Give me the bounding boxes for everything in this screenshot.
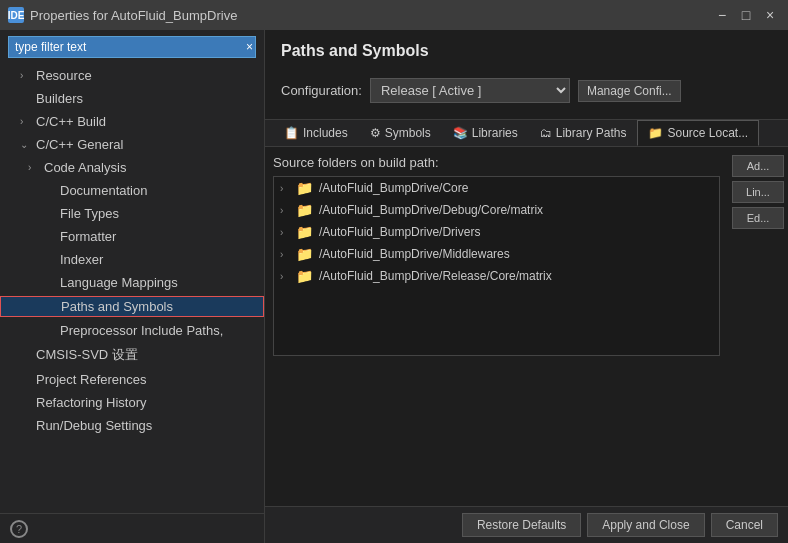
sidebar-item-preprocessor[interactable]: Preprocessor Include Paths,: [0, 319, 264, 342]
content-header: Paths and Symbols Configuration: Release…: [265, 30, 788, 120]
sidebar-item-label: Documentation: [60, 183, 147, 198]
source-item-2[interactable]: › 📁 /AutoFluid_BumpDrive/Drivers: [274, 221, 719, 243]
main-container: × › Resource Builders › C/C: [0, 30, 788, 543]
window-title: Properties for AutoFluid_BumpDrive: [30, 8, 237, 23]
source-path: /AutoFluid_BumpDrive/Middlewares: [319, 247, 510, 261]
sidebar-item-label: CMSIS-SVD 设置: [36, 346, 138, 364]
search-clear-icon[interactable]: ×: [246, 40, 253, 54]
source-item-1[interactable]: › 📁 /AutoFluid_BumpDrive/Debug/Core/matr…: [274, 199, 719, 221]
source-item-4[interactable]: › 📁 /AutoFluid_BumpDrive/Release/Core/ma…: [274, 265, 719, 287]
tab-label: Includes: [303, 126, 348, 140]
source-item-3[interactable]: › 📁 /AutoFluid_BumpDrive/Middlewares: [274, 243, 719, 265]
sidebar-item-documentation[interactable]: Documentation: [0, 179, 264, 202]
config-row: Configuration: Release [ Active ] Manage…: [281, 70, 772, 111]
source-list: › 📁 /AutoFluid_BumpDrive/Core › 📁 /AutoF…: [273, 176, 720, 356]
folder-icon: 📁: [296, 246, 313, 262]
sidebar-item-run-debug-settings[interactable]: Run/Debug Settings: [0, 414, 264, 437]
tab-label: Library Paths: [556, 126, 627, 140]
sidebar-bottom-bar: ?: [0, 513, 264, 543]
source-panel-title: Source folders on build path:: [273, 155, 720, 170]
sidebar-item-label: Preprocessor Include Paths,: [60, 323, 223, 338]
source-locations-tab-icon: 📁: [648, 126, 663, 140]
source-area: Source folders on build path: › 📁 /AutoF…: [265, 147, 788, 506]
sidebar-item-label: Formatter: [60, 229, 116, 244]
folder-expand-arrow: ›: [280, 249, 290, 260]
sidebar-item-builders[interactable]: Builders: [0, 87, 264, 110]
source-path: /AutoFluid_BumpDrive/Debug/Core/matrix: [319, 203, 543, 217]
sidebar-item-project-references[interactable]: Project References: [0, 368, 264, 391]
sidebar-item-label: Builders: [36, 91, 83, 106]
sidebar-item-code-analysis[interactable]: › Code Analysis: [0, 156, 264, 179]
tree-arrow: ⌄: [20, 139, 36, 150]
sidebar-item-label: Resource: [36, 68, 92, 83]
tab-source-locations[interactable]: 📁 Source Locat...: [637, 120, 759, 146]
sidebar-item-label: C/C++ Build: [36, 114, 106, 129]
cancel-button[interactable]: Cancel: [711, 513, 778, 537]
sidebar-item-label: Paths and Symbols: [61, 299, 173, 314]
tab-includes[interactable]: 📋 Includes: [273, 120, 359, 146]
maximize-button[interactable]: □: [736, 5, 756, 25]
libraries-tab-icon: 📚: [453, 126, 468, 140]
sidebar-item-formatter[interactable]: Formatter: [0, 225, 264, 248]
folder-icon: 📁: [296, 202, 313, 218]
content-body: 📋 Includes ⚙ Symbols 📚 Libraries 🗂 Libra…: [265, 120, 788, 506]
tab-label: Source Locat...: [667, 126, 748, 140]
folder-icon: 📁: [296, 268, 313, 284]
search-input[interactable]: [8, 36, 256, 58]
includes-tab-icon: 📋: [284, 126, 299, 140]
sidebar: × › Resource Builders › C/C: [0, 30, 265, 543]
manage-config-button[interactable]: Manage Confi...: [578, 80, 681, 102]
sidebar-item-label: Indexer: [60, 252, 103, 267]
folder-expand-arrow: ›: [280, 205, 290, 216]
sidebar-item-label: C/C++ General: [36, 137, 123, 152]
tree-arrow: ›: [20, 116, 36, 127]
sidebar-item-label: Project References: [36, 372, 147, 387]
window-controls: − □ ×: [712, 5, 780, 25]
title-bar: IDE Properties for AutoFluid_BumpDrive −…: [0, 0, 788, 30]
source-item-0[interactable]: › 📁 /AutoFluid_BumpDrive/Core: [274, 177, 719, 199]
source-path: /AutoFluid_BumpDrive/Drivers: [319, 225, 480, 239]
sidebar-item-refactoring-history[interactable]: Refactoring History: [0, 391, 264, 414]
tab-library-paths[interactable]: 🗂 Library Paths: [529, 120, 638, 146]
source-list-panel: Source folders on build path: › 📁 /AutoF…: [265, 147, 728, 506]
tree-container: › Resource Builders › C/C++ Build: [0, 64, 264, 513]
sidebar-item-paths-and-symbols[interactable]: Paths and Symbols: [0, 294, 264, 319]
sidebar-item-label: Run/Debug Settings: [36, 418, 152, 433]
tab-symbols[interactable]: ⚙ Symbols: [359, 120, 442, 146]
minimize-button[interactable]: −: [712, 5, 732, 25]
restore-defaults-button[interactable]: Restore Defaults: [462, 513, 581, 537]
tab-libraries[interactable]: 📚 Libraries: [442, 120, 529, 146]
tree-arrow: ›: [28, 162, 44, 173]
tree-arrow: ›: [20, 70, 36, 81]
sidebar-item-cpp-build[interactable]: › C/C++ Build: [0, 110, 264, 133]
sidebar-item-label: Language Mappings: [60, 275, 178, 290]
ide-icon: IDE: [8, 7, 24, 23]
folder-expand-arrow: ›: [280, 227, 290, 238]
edit-button[interactable]: Ed...: [732, 207, 784, 229]
sidebar-item-resource[interactable]: › Resource: [0, 64, 264, 87]
sidebar-item-language-mappings[interactable]: Language Mappings: [0, 271, 264, 294]
link-button[interactable]: Lin...: [732, 181, 784, 203]
sidebar-item-label: Refactoring History: [36, 395, 147, 410]
sidebar-item-cpp-general[interactable]: ⌄ C/C++ General: [0, 133, 264, 156]
config-select[interactable]: Release [ Active ]: [370, 78, 570, 103]
page-title: Paths and Symbols: [281, 42, 772, 60]
folder-expand-arrow: ›: [280, 271, 290, 282]
sidebar-item-indexer[interactable]: Indexer: [0, 248, 264, 271]
tabs-row: 📋 Includes ⚙ Symbols 📚 Libraries 🗂 Libra…: [265, 120, 788, 147]
folder-icon: 📁: [296, 224, 313, 240]
close-button[interactable]: ×: [760, 5, 780, 25]
source-path: /AutoFluid_BumpDrive/Release/Core/matrix: [319, 269, 552, 283]
content-area: Paths and Symbols Configuration: Release…: [265, 30, 788, 543]
symbols-tab-icon: ⚙: [370, 126, 381, 140]
sidebar-item-file-types[interactable]: File Types: [0, 202, 264, 225]
add-button[interactable]: Ad...: [732, 155, 784, 177]
tab-label: Libraries: [472, 126, 518, 140]
apply-and-close-button[interactable]: Apply and Close: [587, 513, 704, 537]
dialog-footer: Restore Defaults Apply and Close Cancel: [265, 506, 788, 543]
action-buttons: Ad... Lin... Ed...: [728, 147, 788, 506]
sidebar-item-cmsis-svd[interactable]: CMSIS-SVD 设置: [0, 342, 264, 368]
folder-icon: 📁: [296, 180, 313, 196]
folder-expand-arrow: ›: [280, 183, 290, 194]
help-icon[interactable]: ?: [10, 520, 28, 538]
